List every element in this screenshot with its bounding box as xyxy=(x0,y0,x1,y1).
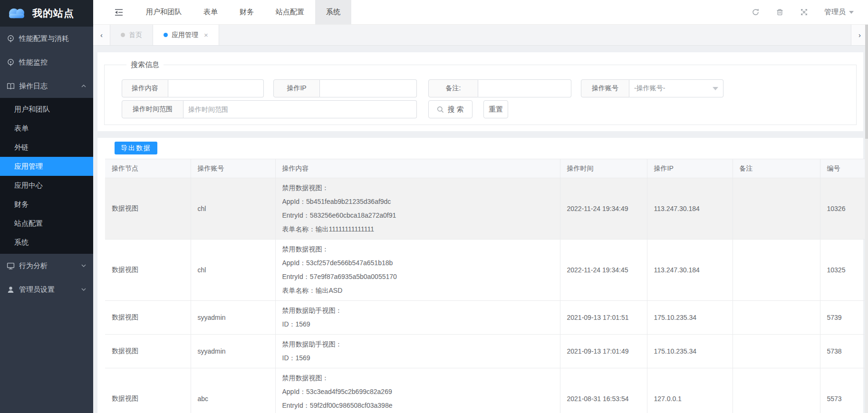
scrollbar[interactable] xyxy=(865,25,868,413)
operation-account-select[interactable]: -操作账号- xyxy=(629,79,723,97)
search-row-2: 操作时间范围 搜 索 重置 xyxy=(122,100,851,118)
subitem-label: 外链 xyxy=(14,143,29,152)
node-cell: 数据视图 xyxy=(105,301,191,335)
time-range-label: 操作时间范围 xyxy=(122,100,183,118)
col-header-node: 操作节点 xyxy=(105,159,191,178)
tab-dot-icon xyxy=(121,33,125,37)
tab-home[interactable]: 首页 xyxy=(110,25,153,45)
col-header-id: 编号 xyxy=(820,159,865,178)
time-range-group: 操作时间范围 xyxy=(122,100,417,118)
search-icon xyxy=(437,106,444,113)
table-panel: 导出数据 操作节点 操作账号 操作内容 操作时间 操作IP 备注 xyxy=(97,138,863,413)
topbar: 用户和团队 表单 财务 站点配置 系统 xyxy=(93,0,868,25)
tab-dot-icon xyxy=(164,33,168,37)
id-cell: 10325 xyxy=(820,240,865,301)
search-legend: 搜索信息 xyxy=(126,60,164,69)
table-row: 数据视图chl禁用数据视图：AppId：5b451feab9b21235d36a… xyxy=(105,178,865,240)
account-cell: chl xyxy=(191,178,275,240)
reset-button[interactable]: 重置 xyxy=(483,100,508,118)
sidebar-item-label: 管理员设置 xyxy=(19,285,81,294)
topnav-system[interactable]: 系统 xyxy=(315,0,351,24)
logo: 我的站点 xyxy=(0,0,93,27)
operation-log-table: 操作节点 操作账号 操作内容 操作时间 操作IP 备注 编号 数据视图chl禁用… xyxy=(105,159,865,413)
col-header-ip: 操作IP xyxy=(647,159,733,178)
operation-content-input[interactable] xyxy=(168,79,264,97)
tabs-scroll-left-icon[interactable]: ‹ xyxy=(93,25,110,45)
account-cell: syyadmin xyxy=(191,301,275,335)
user-menu[interactable]: 管理员 xyxy=(824,8,854,17)
search-row-1: 操作内容 操作IP 备注: 操作账号 xyxy=(122,79,851,97)
search-fieldset: 搜索信息 操作内容 操作IP 备注: xyxy=(104,60,857,125)
operation-content-label: 操作内容 xyxy=(122,79,168,97)
sidebar-item-performance-monitor[interactable]: 性能监控 xyxy=(0,50,93,74)
id-cell: 5738 xyxy=(820,335,865,368)
node-cell: 数据视图 xyxy=(105,335,191,368)
id-cell: 5739 xyxy=(820,301,865,335)
sidebar-subitem-users-teams[interactable]: 用户和团队 xyxy=(0,100,93,119)
sidebar-item-operation-log[interactable]: 操作日志 xyxy=(0,74,93,98)
operation-content-group: 操作内容 xyxy=(122,79,264,97)
operation-ip-label: 操作IP xyxy=(273,79,320,97)
top-navigation: 用户和团队 表单 财务 站点配置 系统 xyxy=(135,0,351,24)
time-range-input[interactable] xyxy=(183,100,417,118)
export-data-button[interactable]: 导出数据 xyxy=(115,142,157,154)
chevron-down-icon xyxy=(713,87,718,90)
topbar-actions: 管理员 xyxy=(752,8,868,17)
refresh-icon[interactable] xyxy=(752,8,760,16)
subitem-label: 财务 xyxy=(14,200,29,209)
fullscreen-icon[interactable] xyxy=(800,8,808,16)
table-row: 数据视图syyadmin禁用数据助手视图：ID：15692021-09-13 1… xyxy=(105,335,865,368)
sidebar-item-label: 性能配置与消耗 xyxy=(19,34,87,43)
topnav-site-config[interactable]: 站点配置 xyxy=(265,0,315,24)
sidebar-item-admin-settings[interactable]: 管理员设置 xyxy=(0,278,93,301)
scrollbar-thumb[interactable] xyxy=(865,25,868,139)
topnav-label: 用户和团队 xyxy=(146,8,182,17)
close-icon[interactable]: × xyxy=(204,31,208,39)
tab-app-management[interactable]: 应用管理 × xyxy=(153,25,219,45)
id-cell: 10326 xyxy=(820,178,865,240)
ip-cell: 175.10.235.34 xyxy=(647,301,733,335)
subitem-label: 应用中心 xyxy=(14,181,43,190)
sidebar-subitem-app-management[interactable]: 应用管理 xyxy=(0,157,93,176)
sidebar-subitem-external-links[interactable]: 外链 xyxy=(0,138,93,157)
sidebar-subitem-site-config[interactable]: 站点配置 xyxy=(0,214,93,233)
monitor-icon xyxy=(7,262,15,270)
trash-icon[interactable] xyxy=(776,8,784,16)
table-row: 数据视图chl禁用数据视图：AppId：53cf257de566b547a651… xyxy=(105,240,865,301)
sidebar-subitem-app-center[interactable]: 应用中心 xyxy=(0,176,93,195)
sidebar-item-behavior-analysis[interactable]: 行为分析 xyxy=(0,254,93,278)
book-icon xyxy=(7,82,15,90)
account-cell: chl xyxy=(191,240,275,301)
table-header-row: 操作节点 操作账号 操作内容 操作时间 操作IP 备注 编号 xyxy=(105,159,865,178)
chevron-down-icon xyxy=(81,263,87,269)
topnav-finance[interactable]: 财务 xyxy=(229,0,265,24)
note-input[interactable] xyxy=(478,79,571,97)
sidebar-subitem-finance[interactable]: 财务 xyxy=(0,195,93,214)
sidebar-subitem-system[interactable]: 系统 xyxy=(0,233,93,252)
search-button-label: 搜 索 xyxy=(447,105,463,114)
app-root: 我的站点 性能配置与消耗 性能监控 xyxy=(0,0,868,413)
col-header-time: 操作时间 xyxy=(560,159,647,178)
topnav-forms[interactable]: 表单 xyxy=(193,0,229,24)
note-label: 备注: xyxy=(428,79,478,97)
chevron-down-icon xyxy=(81,287,87,292)
operation-ip-input[interactable] xyxy=(320,79,417,97)
content-cell: 禁用数据视图：AppId：53c3ead4f95c2b699c82a269Ent… xyxy=(275,368,560,413)
operation-account-group: 操作账号 -操作账号- xyxy=(581,79,723,97)
sidebar: 我的站点 性能配置与消耗 性能监控 xyxy=(0,0,93,413)
search-button[interactable]: 搜 索 xyxy=(428,100,473,118)
ip-cell: 175.10.235.34 xyxy=(647,335,733,368)
sidebar-collapse-icon[interactable] xyxy=(114,8,124,17)
sidebar-item-label: 行为分析 xyxy=(19,261,81,270)
sidebar-item-label: 操作日志 xyxy=(19,82,81,91)
site-title: 我的站点 xyxy=(32,7,74,20)
time-cell: 2021-09-13 17:01:49 xyxy=(560,335,647,368)
node-cell: 数据视图 xyxy=(105,178,191,240)
ip-cell: 113.247.30.184 xyxy=(647,240,733,301)
account-cell: syyadmin xyxy=(191,335,275,368)
sidebar-subitem-forms[interactable]: 表单 xyxy=(0,119,93,138)
subitem-label: 系统 xyxy=(14,238,29,247)
sidebar-item-performance-config[interactable]: 性能配置与消耗 xyxy=(0,27,93,50)
topnav-users-teams[interactable]: 用户和团队 xyxy=(135,0,193,24)
topnav-label: 站点配置 xyxy=(276,8,304,17)
